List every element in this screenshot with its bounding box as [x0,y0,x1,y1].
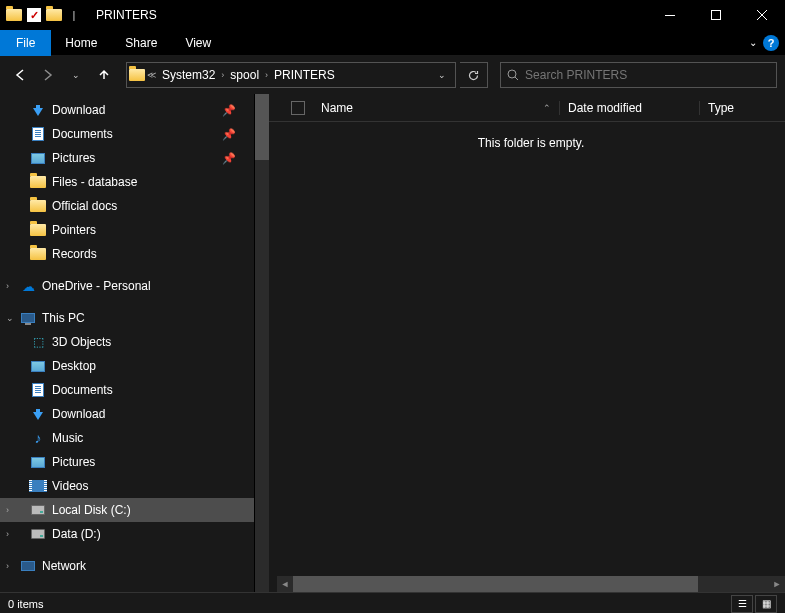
tree-download-pc[interactable]: Download [0,402,254,426]
help-icon[interactable]: ? [763,35,779,51]
music-icon: ♪ [30,430,46,446]
tree-pointers[interactable]: Pointers [0,218,254,242]
cloud-icon: ☁ [20,278,36,294]
download-icon [30,406,46,422]
tree-pictures-pc[interactable]: Pictures [0,450,254,474]
tree-official-docs[interactable]: Official docs [0,194,254,218]
tree-files-database[interactable]: Files - database [0,170,254,194]
search-input[interactable] [525,68,770,82]
address-dropdown-icon[interactable]: ⌄ [431,70,453,80]
document-icon [30,382,46,398]
chevron-right-icon[interactable]: › [6,529,9,539]
close-button[interactable] [739,0,785,30]
folder-icon [30,174,46,190]
drive-icon [30,502,46,518]
tab-home[interactable]: Home [51,30,111,56]
chevron-right-icon[interactable]: › [263,70,270,80]
navbar: ⌄ ≪ System32 › spool › PRINTERS ⌄ [0,56,785,94]
column-type[interactable]: Type [699,101,785,115]
file-tab[interactable]: File [0,30,51,56]
empty-folder-message: This folder is empty. [255,122,785,150]
item-count: 0 items [8,598,43,610]
tree-local-disk-c[interactable]: ›Local Disk (C:) [0,498,254,522]
forward-button[interactable] [36,63,60,87]
column-date-modified[interactable]: Date modified [559,101,699,115]
maximize-button[interactable] [693,0,739,30]
pc-icon [20,310,36,326]
chevron-right-icon[interactable]: › [6,281,9,291]
svg-point-2 [508,70,516,78]
network-icon [20,558,36,574]
column-name[interactable]: Name⌃ [313,101,559,115]
cube-icon: ⬚ [30,334,46,350]
tree-download[interactable]: Download📌 [0,98,254,122]
chevron-right-icon[interactable]: › [219,70,226,80]
tree-pictures[interactable]: Pictures📌 [0,146,254,170]
vertical-scrollbar[interactable] [255,94,269,592]
tab-share[interactable]: Share [111,30,171,56]
tree-data-d[interactable]: ›Data (D:) [0,522,254,546]
tree-this-pc[interactable]: ⌄This PC [0,306,254,330]
desktop-icon [30,358,46,374]
crumb-printers[interactable]: PRINTERS [270,63,339,87]
qat-folder-icon[interactable] [46,7,62,23]
scroll-left-icon[interactable]: ◄ [277,576,293,592]
status-bar: 0 items ☰ ▦ [0,592,785,613]
horizontal-scrollbar[interactable]: ◄ ► [277,576,785,592]
navigation-tree[interactable]: Download📌 Documents📌 Pictures📌 Files - d… [0,94,255,592]
address-folder-icon [129,67,145,83]
chevron-right-icon[interactable]: ≪ [145,70,158,80]
content-pane: Name⌃ Date modified Type This folder is … [255,94,785,592]
pictures-icon [30,150,46,166]
back-button[interactable] [8,63,32,87]
refresh-button[interactable] [460,62,488,88]
chevron-right-icon[interactable]: › [6,505,9,515]
tree-music[interactable]: ♪Music [0,426,254,450]
ribbon: File Home Share View ⌄ ? [0,30,785,56]
svg-rect-0 [665,15,675,16]
scroll-right-icon[interactable]: ► [769,576,785,592]
up-button[interactable] [92,63,116,87]
tree-documents[interactable]: Documents📌 [0,122,254,146]
address-bar[interactable]: ≪ System32 › spool › PRINTERS ⌄ [126,62,456,88]
column-headers: Name⌃ Date modified Type [269,94,785,122]
crumb-system32[interactable]: System32 [158,63,219,87]
tree-desktop[interactable]: Desktop [0,354,254,378]
scrollbar-thumb[interactable] [293,576,698,592]
tree-records[interactable]: Records [0,242,254,266]
recent-button[interactable]: ⌄ [64,63,88,87]
details-view-button[interactable]: ☰ [731,595,753,613]
select-all-checkbox[interactable] [291,101,305,115]
tree-network[interactable]: ›Network [0,554,254,578]
crumb-spool[interactable]: spool [226,63,263,87]
folder-icon [30,246,46,262]
folder-icon [30,198,46,214]
tree-3d-objects[interactable]: ⬚3D Objects [0,330,254,354]
qat-separator: | [66,7,82,23]
chevron-right-icon[interactable]: › [6,561,9,571]
search-box[interactable] [500,62,777,88]
sort-arrow-icon: ⌃ [543,103,551,113]
tree-documents-pc[interactable]: Documents [0,378,254,402]
window-title: PRINTERS [96,8,157,22]
pin-icon: 📌 [222,152,236,165]
qat-check-icon[interactable] [26,7,42,23]
download-icon [30,102,46,118]
search-icon [507,69,519,82]
ribbon-expand-icon[interactable]: ⌄ [749,37,757,48]
tree-onedrive[interactable]: ›☁OneDrive - Personal [0,274,254,298]
document-icon [30,126,46,142]
minimize-button[interactable] [647,0,693,30]
svg-rect-1 [712,11,721,20]
tree-videos[interactable]: Videos [0,474,254,498]
folder-icon [30,222,46,238]
drive-icon [30,526,46,542]
tab-view[interactable]: View [171,30,225,56]
video-icon [30,478,46,494]
chevron-down-icon[interactable]: ⌄ [6,313,14,323]
pictures-icon [30,454,46,470]
scrollbar-thumb[interactable] [255,94,269,160]
app-folder-icon [6,7,22,23]
thumbnails-view-button[interactable]: ▦ [755,595,777,613]
pin-icon: 📌 [222,104,236,117]
